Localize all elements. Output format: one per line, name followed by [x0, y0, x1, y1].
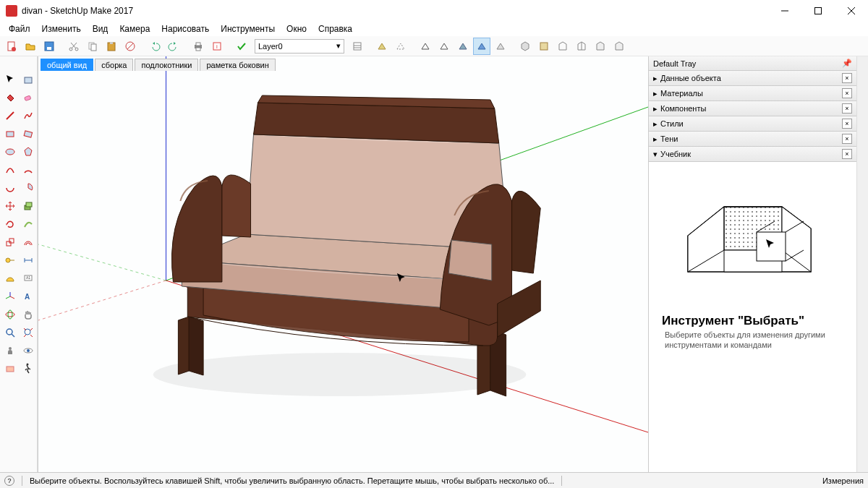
menu-view[interactable]: Вид: [87, 22, 114, 35]
svg-rect-13: [110, 42, 113, 44]
wireframe-icon[interactable]: [417, 38, 434, 55]
divider: [561, 476, 562, 486]
make-component-icon[interactable]: [20, 71, 37, 88]
menu-help[interactable]: Справка: [312, 22, 358, 35]
polygon-tool-icon[interactable]: [20, 143, 37, 160]
zoom-extents-icon[interactable]: [20, 324, 37, 341]
tray-panel-shadows[interactable]: ▸Тени×: [649, 132, 856, 147]
svg-rect-1: [815, 8, 822, 14]
tray-scrollbar[interactable]: [856, 56, 868, 472]
back-view-icon[interactable]: [592, 38, 609, 55]
chevron-down-icon: ▾: [336, 41, 341, 51]
close-panel-icon[interactable]: ×: [842, 149, 852, 159]
paste-icon[interactable]: [103, 38, 120, 55]
status-bar: ? Выберите объекты. Воспользуйтесь клави…: [0, 472, 868, 488]
rotate-tool-icon[interactable]: [1, 215, 19, 233]
axes-tool-icon[interactable]: [1, 288, 19, 305]
left-view-icon[interactable]: [610, 38, 628, 55]
layer-select[interactable]: Layer0 ▾: [255, 39, 344, 53]
delete-icon[interactable]: [122, 38, 139, 55]
model-info-icon[interactable]: i: [208, 38, 226, 55]
dimension-tool-icon[interactable]: [20, 252, 37, 269]
redo-icon[interactable]: [165, 38, 182, 55]
close-panel-icon[interactable]: ×: [842, 73, 852, 83]
tape-measure-icon[interactable]: [1, 252, 19, 269]
copy-icon[interactable]: [84, 38, 101, 55]
top-view-icon[interactable]: [535, 38, 553, 55]
iso-view-icon[interactable]: [516, 38, 534, 55]
3pt-arc-icon[interactable]: [1, 179, 19, 197]
layer-manager-icon[interactable]: [349, 38, 366, 55]
freehand-icon[interactable]: [20, 107, 37, 124]
orbit-tool-icon[interactable]: [1, 306, 19, 323]
close-panel-icon[interactable]: ×: [842, 103, 852, 114]
move-tool-icon[interactable]: [1, 197, 19, 215]
scale-tool-icon[interactable]: [1, 234, 19, 251]
cut-icon[interactable]: [65, 38, 82, 55]
close-panel-icon[interactable]: ×: [842, 119, 852, 129]
offset-tool-icon[interactable]: [20, 234, 37, 251]
tray-title-bar[interactable]: Default Tray 📌: [649, 56, 856, 71]
paint-bucket-icon[interactable]: [1, 89, 19, 106]
rotated-rect-icon[interactable]: [20, 125, 37, 142]
shaded-icon[interactable]: [454, 38, 472, 55]
monochrome-icon[interactable]: [492, 38, 509, 55]
backedges-icon[interactable]: [392, 38, 409, 55]
maximize-button[interactable]: [801, 0, 835, 22]
tray-panel-entity-info[interactable]: ▸Данные объекта×: [649, 71, 856, 86]
help-icon[interactable]: ?: [4, 476, 14, 486]
scene-tab-3[interactable]: раметка боковин: [200, 59, 275, 71]
tray-panel-styles[interactable]: ▸Стили×: [649, 116, 856, 132]
tray-panel-materials[interactable]: ▸Материалы×: [649, 86, 856, 101]
rectangle-tool-icon[interactable]: [1, 125, 19, 142]
zoom-tool-icon[interactable]: [1, 324, 19, 341]
tray-panel-components[interactable]: ▸Компоненты×: [649, 101, 856, 116]
look-around-icon[interactable]: [20, 342, 37, 359]
position-camera-icon[interactable]: [1, 342, 19, 359]
front-view-icon[interactable]: [554, 38, 571, 55]
shaded-textures-icon[interactable]: [473, 38, 490, 55]
open-file-icon[interactable]: [22, 38, 39, 55]
pan-tool-icon[interactable]: [20, 306, 37, 323]
scene-tab-2[interactable]: подлокотники: [135, 59, 198, 71]
text-tool-icon[interactable]: A1: [20, 270, 37, 287]
menu-edit[interactable]: Изменить: [36, 22, 87, 35]
section-plane-icon[interactable]: [1, 360, 19, 377]
undo-icon[interactable]: [146, 38, 163, 55]
app-icon: [6, 5, 17, 17]
hiddenline-icon[interactable]: [435, 38, 453, 55]
close-panel-icon[interactable]: ×: [842, 88, 852, 98]
pin-icon[interactable]: 📌: [842, 59, 852, 68]
2pt-arc-icon[interactable]: [20, 161, 37, 179]
close-button[interactable]: [835, 0, 868, 22]
new-file-icon[interactable]: [3, 38, 20, 55]
select-tool-icon[interactable]: [1, 71, 19, 88]
circle-tool-icon[interactable]: [1, 143, 19, 160]
minimize-button[interactable]: [768, 0, 801, 22]
layer-visible-icon[interactable]: [233, 38, 250, 55]
3d-viewport[interactable]: [38, 56, 648, 472]
menu-window[interactable]: Окно: [281, 22, 312, 35]
menu-camera[interactable]: Камера: [114, 22, 156, 35]
svg-point-49: [7, 329, 12, 335]
print-icon[interactable]: [190, 38, 207, 55]
arc-tool-icon[interactable]: [1, 161, 19, 179]
line-tool-icon[interactable]: [1, 107, 19, 124]
3dtext-icon[interactable]: A: [20, 288, 37, 305]
xray-icon[interactable]: [373, 38, 391, 55]
close-panel-icon[interactable]: ×: [842, 134, 852, 144]
scene-tab-1[interactable]: сборка: [95, 59, 133, 71]
menu-tools[interactable]: Инструменты: [215, 22, 281, 35]
eraser-icon[interactable]: [20, 89, 37, 106]
pie-tool-icon[interactable]: [20, 179, 37, 197]
right-view-icon[interactable]: [573, 38, 590, 55]
tray-panel-instructor[interactable]: ▾Учебник×: [649, 147, 856, 162]
menu-draw[interactable]: Нарисовать: [156, 22, 215, 35]
protractor-icon[interactable]: [1, 270, 19, 287]
scene-tab-0[interactable]: общий вид: [41, 59, 93, 71]
save-icon[interactable]: [41, 38, 58, 55]
pushpull-icon[interactable]: [20, 197, 37, 215]
walk-tool-icon[interactable]: [20, 360, 37, 377]
followme-icon[interactable]: [20, 215, 37, 233]
menu-file[interactable]: Файл: [3, 22, 36, 35]
